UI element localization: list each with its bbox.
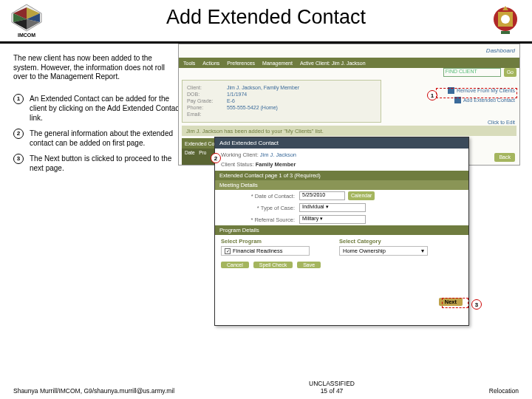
step-text-1: An Extended Contact can be added for the… bbox=[30, 94, 183, 123]
popup-title: Add Extended Contact bbox=[215, 137, 468, 149]
svg-text:IMCOM: IMCOM bbox=[18, 33, 35, 38]
save-button[interactable]: Save bbox=[297, 262, 321, 268]
tab-tools[interactable]: Tools bbox=[183, 61, 195, 66]
intro-text: The new client has now been added to the… bbox=[13, 54, 168, 82]
step-text-3: The Next button is clicked to proceed to… bbox=[30, 154, 183, 173]
back-button[interactable]: Back bbox=[494, 153, 515, 162]
tab-actions[interactable]: Actions bbox=[202, 61, 219, 66]
callout-2: 2 bbox=[211, 153, 221, 163]
footer-topic: Relocation bbox=[489, 387, 519, 395]
step-text-2: The general information about the extend… bbox=[30, 129, 183, 148]
step-marker-3: 3 bbox=[13, 154, 24, 164]
chevron-down-icon: ▾ bbox=[421, 248, 424, 254]
cancel-button[interactable]: Cancel bbox=[221, 262, 249, 268]
slide-header: IMCOM Add Extended Contact bbox=[0, 0, 532, 44]
callout-3: 3 bbox=[471, 299, 482, 310]
highlight-box-3 bbox=[442, 298, 468, 308]
spell-check-button[interactable]: Spell Check bbox=[253, 262, 293, 268]
page-title: Add Extended Contact bbox=[44, 6, 488, 29]
highlight-box-1 bbox=[436, 88, 517, 98]
content-area: The new client has now been added to the… bbox=[0, 44, 532, 173]
svg-rect-12 bbox=[501, 31, 510, 34]
imcom-logo: IMCOM bbox=[9, 3, 44, 38]
tab-management[interactable]: Management bbox=[262, 61, 293, 66]
step-marker-2: 2 bbox=[13, 129, 24, 139]
client-info-box: Client:Jim J. Jackson, Family Member DOB… bbox=[182, 80, 381, 123]
svg-point-10 bbox=[501, 15, 510, 24]
referral-source-select[interactable]: Military ▾ bbox=[299, 215, 366, 224]
tab-active-client[interactable]: Active Client: Jim J. Jackson bbox=[300, 61, 366, 66]
date-of-contact-input[interactable]: 5/25/2010 bbox=[299, 191, 345, 200]
checkbox-icon: ✓ bbox=[225, 248, 231, 254]
footer-classification: UNCLASSIFIED15 of 47 bbox=[309, 380, 355, 395]
select-program-label: Select Program bbox=[221, 238, 310, 245]
page-indicator: Extended Contact page 1 of 3 (Required) bbox=[215, 171, 468, 180]
select-category-label: Select Category bbox=[339, 238, 428, 245]
steps-list: 1An Extended Contact can be added for th… bbox=[13, 94, 183, 173]
slide-footer: Shaunya Murrill/IMCOM, G9/shaunya.murril… bbox=[0, 380, 532, 395]
calendar-button[interactable]: Calendar bbox=[348, 191, 375, 200]
tab-preferences[interactable]: Preferences bbox=[227, 61, 255, 66]
client-status-value: Family Member bbox=[256, 161, 296, 168]
category-select[interactable]: Home Ownership▾ bbox=[339, 246, 428, 256]
footer-author: Shaunya Murrill/IMCOM, G9/shaunya.murril… bbox=[13, 387, 174, 395]
program-option[interactable]: ✓Financial Readiness bbox=[221, 246, 310, 256]
screenshot-popup: Add Extended Contact Working Client: Jim… bbox=[214, 137, 469, 326]
go-button[interactable]: Go bbox=[504, 68, 516, 77]
app-topbar: Tools Actions Preferences Management Act… bbox=[179, 58, 519, 68]
find-client-input[interactable]: FIND CLIENT bbox=[443, 68, 501, 77]
dashboard-link[interactable]: Dashboard bbox=[486, 47, 515, 54]
click-to-edit-link[interactable]: Click to Edit bbox=[448, 120, 515, 125]
step-marker-1: 1 bbox=[13, 94, 24, 104]
added-confirmation-bar: Jim J. Jackson has been added to your "M… bbox=[182, 126, 516, 136]
working-client-value: Jim J. Jackson bbox=[260, 151, 296, 158]
army-crest-logo bbox=[488, 3, 523, 38]
type-of-case-select[interactable]: Individual ▾ bbox=[299, 203, 366, 212]
program-details-header: Program Details bbox=[215, 225, 468, 235]
meeting-details-header: Meeting Details bbox=[215, 180, 468, 190]
